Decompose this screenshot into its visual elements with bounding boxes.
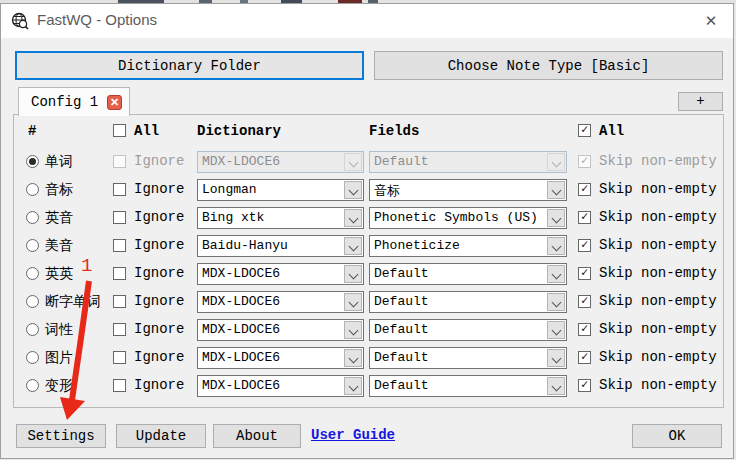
tab-close-icon[interactable]: ✕ [107,95,122,110]
update-button[interactable]: Update [116,424,206,448]
choose-note-type-button[interactable]: Choose Note Type [Basic] [374,51,723,80]
dictionary-folder-button[interactable]: Dictionary Folder [15,51,364,80]
about-button[interactable]: About [213,424,301,448]
options-dialog: FastWQ - Options ✕ Dictionary Folder Cho… [0,3,734,459]
ok-button[interactable]: OK [632,424,722,448]
fastwq-app-icon [11,12,29,30]
tab-label: Config 1 [31,94,98,110]
close-icon[interactable]: ✕ [697,8,725,34]
user-guide-link[interactable]: User Guide [311,427,395,443]
window-title: FastWQ - Options [37,11,157,28]
add-config-button[interactable]: + [678,92,723,111]
config-panel [13,114,724,408]
settings-button[interactable]: Settings [16,424,106,448]
tab-config-1[interactable]: Config 1 ✕ [18,87,130,116]
title-bar: FastWQ - Options ✕ [1,4,733,38]
